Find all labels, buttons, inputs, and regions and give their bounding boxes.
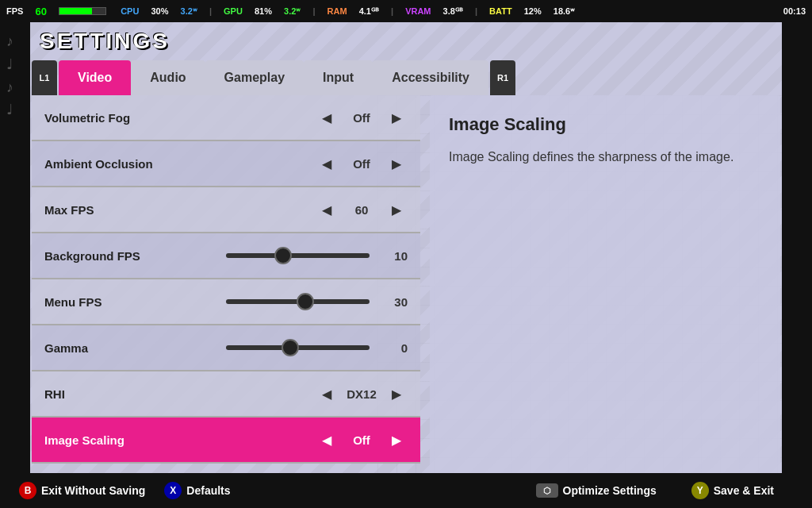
tabs-row: L1 Video Audio Gameplay Input Accessibil…	[0, 60, 812, 95]
image-scaling-label: Image Scaling	[44, 433, 316, 447]
fps-value: 60	[35, 6, 46, 17]
rhi-right[interactable]: ▶	[385, 383, 408, 405]
optimize-settings-button[interactable]: ⬡ Optimize Settings	[536, 482, 657, 499]
volumetric-fog-value: Off	[338, 111, 385, 125]
menu-fps-slider-container: 30	[226, 295, 408, 309]
info-panel: Image Scaling Image Scaling defines the …	[430, 95, 780, 473]
performance-bar: FPS 60 CPU 30% 3.2ʷ | GPU 81% 3.2ʷ | RAM…	[0, 0, 812, 22]
background-fps-label: Background FPS	[44, 249, 226, 263]
gamma-slider-container: 0	[226, 341, 408, 355]
volumetric-fog-right[interactable]: ▶	[385, 107, 408, 129]
rhi-value: DX12	[338, 387, 385, 401]
page-title: SETTINGS	[40, 29, 170, 54]
gamma-label: Gamma	[44, 341, 226, 355]
volumetric-fog-left[interactable]: ◀	[316, 107, 338, 129]
setting-gamma: Gamma 0	[32, 325, 420, 371]
max-fps-value: 60	[338, 203, 385, 217]
setting-background-fps: Background FPS 10	[32, 233, 420, 279]
ambient-occlusion-label: Ambient Occlusion	[44, 157, 316, 171]
content-area: Volumetric Fog ◀ Off ▶ Ambient Occlusion…	[0, 95, 812, 473]
lb-button-icon: ⬡	[536, 483, 558, 498]
tab-video[interactable]: Video	[59, 60, 131, 95]
image-scaling-right[interactable]: ▶	[385, 429, 408, 451]
menu-fps-value: 30	[379, 295, 408, 309]
gamma-track[interactable]	[226, 345, 370, 350]
tab-r1-button[interactable]: R1	[490, 60, 515, 95]
ram-val: 4.1ᴳᴮ	[359, 6, 379, 17]
ambient-occlusion-left[interactable]: ◀	[316, 153, 338, 175]
gpu-label: GPU	[224, 6, 243, 16]
max-fps-left[interactable]: ◀	[316, 199, 338, 221]
rhi-left[interactable]: ◀	[316, 383, 338, 405]
ram-label: RAM	[327, 6, 347, 16]
x-button-icon: X	[164, 482, 182, 499]
sep2: |	[312, 6, 315, 16]
cpu-label: CPU	[121, 6, 139, 16]
setting-volumetric-fog: Volumetric Fog ◀ Off ▶	[32, 95, 420, 141]
setting-rhi: RHI ◀ DX12 ▶	[32, 371, 420, 418]
cpu-ghz: 3.2ʷ	[181, 6, 197, 17]
menu-fps-thumb[interactable]	[297, 293, 314, 310]
batt-label: BATT	[489, 6, 512, 16]
fps-bar	[59, 7, 106, 15]
background-fps-thumb[interactable]	[274, 247, 292, 264]
info-panel-description: Image Scaling defines the sharpness of t…	[449, 148, 761, 167]
vram-label: VRAM	[405, 6, 431, 16]
background-fps-value: 10	[379, 249, 408, 263]
tab-accessibility[interactable]: Accessibility	[373, 60, 488, 95]
title-bar: SETTINGS	[0, 22, 812, 60]
defaults-label: Defaults	[186, 484, 230, 497]
y-button-icon: Y	[691, 482, 709, 499]
tab-l1-button[interactable]: L1	[32, 60, 57, 95]
setting-max-fps: Max FPS ◀ 60 ▶	[32, 187, 420, 233]
optimize-settings-label: Optimize Settings	[563, 484, 657, 497]
settings-list: Volumetric Fog ◀ Off ▶ Ambient Occlusion…	[32, 95, 420, 473]
gpu-ghz: 3.2ʷ	[284, 6, 301, 17]
image-scaling-value: Off	[338, 433, 385, 447]
rhi-label: RHI	[44, 387, 316, 401]
gpu-pct: 81%	[255, 6, 272, 16]
ambient-occlusion-right[interactable]: ▶	[385, 153, 408, 175]
exit-without-saving-label: Exit Without Saving	[41, 484, 145, 497]
cpu-pct: 30%	[151, 6, 168, 16]
sep3: |	[391, 6, 393, 16]
max-fps-right[interactable]: ▶	[385, 199, 408, 221]
menu-fps-label: Menu FPS	[44, 295, 226, 309]
ambient-occlusion-value: Off	[338, 157, 385, 171]
volumetric-fog-label: Volumetric Fog	[44, 111, 316, 125]
image-scaling-left[interactable]: ◀	[316, 429, 338, 451]
gamma-value: 0	[379, 341, 408, 355]
tab-audio[interactable]: Audio	[131, 60, 205, 95]
tab-input[interactable]: Input	[304, 60, 373, 95]
info-panel-title: Image Scaling	[449, 114, 761, 135]
tab-gameplay[interactable]: Gameplay	[205, 60, 304, 95]
vram-val: 3.8ᴳᴮ	[443, 6, 463, 17]
main-area: ♪♩♪♩ SETTINGS L1 Video Audio Gameplay In…	[0, 22, 812, 508]
max-fps-label: Max FPS	[44, 203, 316, 217]
batt-w: 18.6ʷ	[553, 6, 575, 17]
save-exit-button[interactable]: Y Save & Exit	[691, 482, 774, 499]
bottom-right-actions: ⬡ Optimize Settings Y Save & Exit	[536, 482, 794, 499]
b-button-icon: B	[19, 482, 36, 499]
time: 00:13	[783, 6, 806, 16]
fps-label: FPS	[6, 6, 23, 16]
bottom-bar: B Exit Without Saving X Defaults ⬡ Optim…	[0, 473, 812, 508]
background-fps-track[interactable]	[226, 253, 370, 258]
background-fps-slider-container: 10	[226, 249, 408, 263]
save-exit-label: Save & Exit	[714, 484, 774, 497]
sep1: |	[209, 6, 212, 16]
defaults-button[interactable]: X Defaults	[164, 482, 230, 499]
sep4: |	[475, 6, 477, 16]
setting-ambient-occlusion: Ambient Occlusion ◀ Off ▶	[32, 141, 420, 187]
batt-pct: 12%	[524, 6, 542, 16]
gamma-thumb[interactable]	[282, 339, 299, 356]
exit-without-saving-button[interactable]: B Exit Without Saving	[19, 482, 145, 499]
menu-fps-track[interactable]	[226, 299, 370, 304]
setting-menu-fps: Menu FPS 30	[32, 279, 420, 325]
setting-image-scaling: Image Scaling ◀ Off ▶	[32, 418, 420, 464]
